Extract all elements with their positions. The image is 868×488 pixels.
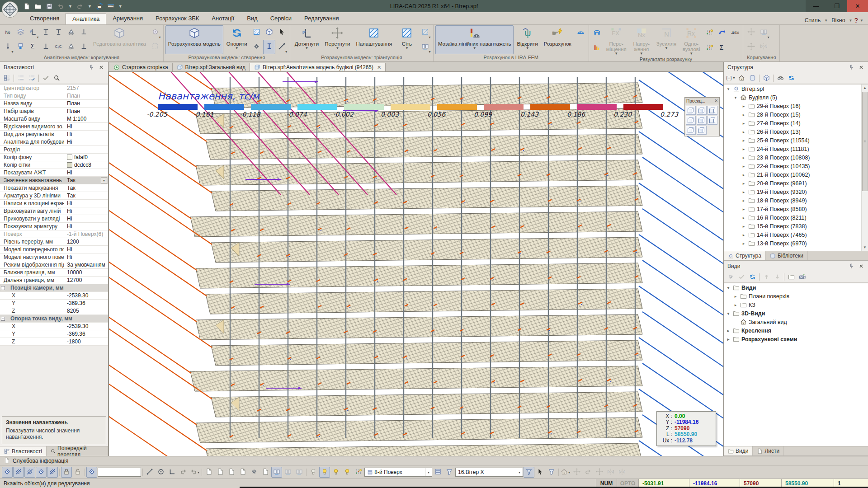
property-row[interactable]: Ближня границя, мм10000: [0, 269, 108, 277]
bottom-toolbar-bulb-point-button[interactable]: [342, 467, 353, 478]
ribbon-tab-Створення[interactable]: Створення: [24, 13, 66, 24]
ribbon-button-rx-results[interactable]: RxОдно- вузлові▼: [679, 25, 703, 56]
bottom-toolbar-filter-funnel-button[interactable]: [444, 467, 455, 478]
property-row[interactable]: Масштаб видуМ 1:100: [0, 115, 108, 123]
tree-item-floor[interactable]: ▸24-й Поверх (11181): [724, 145, 868, 153]
qat-ruler-button[interactable]: [106, 1, 116, 11]
tree-item-floor[interactable]: ▸29-й Поверх (16): [724, 102, 868, 110]
qat-save-button[interactable]: [44, 1, 54, 11]
structure-toolbar-house-button[interactable]: [736, 73, 746, 83]
ribbon-button-support-pad[interactable]: [78, 40, 90, 54]
ribbon-tab-Редагування[interactable]: Редагування: [298, 13, 345, 24]
bottom-toolbar-snap-node-button[interactable]: [2, 467, 13, 478]
document-tab[interactable]: Стартова сторінка: [109, 63, 173, 71]
bottom-toolbar-ortho-angle-button[interactable]: [167, 467, 178, 478]
ribbon-button-tri-settings[interactable]: Налаштування: [353, 25, 394, 54]
ribbon-button-fx-results[interactable]: FXПере- міщення▼: [604, 25, 629, 56]
ribbon-button-frame-result[interactable]: [591, 25, 603, 41]
property-row[interactable]: Тип видуПлан: [0, 92, 108, 100]
ribbon-button-retaining-wall[interactable]: ▼: [27, 25, 39, 40]
projection-cube-button[interactable]: [697, 116, 707, 125]
structure-toolbar-refresh-button[interactable]: [786, 73, 796, 83]
ribbon-button-mosaic-loads[interactable]: Мозаїка лінійних навантажень▼: [435, 25, 514, 54]
bottom-toolbar-snap-angle-button[interactable]: [47, 467, 58, 478]
ribbon-button-region-mode[interactable]: ▼: [149, 25, 161, 40]
ribbon-tab-Армування[interactable]: Армування: [106, 13, 149, 24]
pin-icon[interactable]: [846, 261, 856, 271]
views-toolbar-refresh-button[interactable]: [747, 272, 757, 282]
ribbon-button-column-top2[interactable]: [52, 25, 65, 40]
tree-item-Розрахункові схеми[interactable]: ▸Розрахункові схеми: [724, 335, 868, 343]
bottom-toolbar-draw-line-button[interactable]: [144, 467, 155, 478]
tree-item-floor[interactable]: ▸19-й Поверх (9320): [724, 188, 868, 196]
property-row[interactable]: Значення навантаженьТак▼: [0, 177, 108, 184]
qat-open-folder-button[interactable]: [33, 1, 43, 11]
ribbon-button-n-results[interactable]: NЗусилля▼: [654, 25, 679, 56]
projection-cube-button[interactable]: [708, 116, 717, 125]
property-row[interactable]: Назва видуПлан: [0, 100, 108, 108]
tree-item-floor[interactable]: ▸20-й Поверх (9691): [724, 179, 868, 188]
property-row[interactable]: Колір фонуfafaf0: [0, 154, 108, 161]
projection-cube-button[interactable]: [697, 106, 707, 115]
property-row[interactable]: Аналітика для побудовиНі: [0, 138, 108, 146]
window-menu[interactable]: Вікно: [830, 16, 847, 24]
bottom-toolbar-view-doc2-button[interactable]: [215, 467, 226, 478]
qat-customize-button[interactable]: ▼: [117, 4, 124, 9]
close-icon[interactable]: [96, 62, 106, 72]
ribbon-button-support-tri2[interactable]: [65, 40, 77, 54]
bottom-toolbar-bulb-off-button[interactable]: [308, 467, 319, 478]
tree-item-Загальний вид[interactable]: Загальний вид: [724, 318, 868, 326]
bottom-toolbar-bulb-on-button[interactable]: [319, 467, 330, 478]
property-row[interactable]: Розділ: [0, 146, 108, 154]
ribbon-button-mesh-sync[interactable]: [263, 25, 275, 40]
tree-item-floor[interactable]: ▸16-й Поверх (8211): [724, 213, 868, 222]
panel-tab-Структура[interactable]: Структура: [724, 251, 766, 260]
structure-toolbar-filter-braces-button[interactable]: {≡}▼: [726, 73, 736, 83]
structure-scrollbar[interactable]: ▲≡▼: [861, 84, 868, 251]
ribbon-button-mesh-ghost[interactable]: ▼: [419, 25, 431, 40]
property-row[interactable]: Арматура у 3D лініямиТак: [0, 192, 108, 200]
qat-undo-button[interactable]: [56, 1, 66, 11]
loadcase-select[interactable]: 16.Вітер X▼: [455, 468, 523, 477]
property-row[interactable]: Враховувати вагу лінійНі: [0, 207, 108, 215]
property-row[interactable]: Ідентифікатор2157: [0, 84, 108, 92]
ribbon-button-pile-load[interactable]: [14, 40, 27, 54]
bottom-toolbar-workplane-button[interactable]: [86, 467, 97, 478]
ribbon-button-bridge[interactable]: [575, 25, 587, 40]
tree-item-floor[interactable]: ▸21-й Поверх (10062): [724, 170, 868, 179]
views-toolbar-arrow-down-button[interactable]: [772, 272, 782, 282]
property-row[interactable]: Дальня границя, мм12700: [0, 277, 108, 284]
property-row[interactable]: Режим відображення під...За умовчанням: [0, 261, 108, 269]
qat-redo-button[interactable]: [75, 1, 85, 11]
service-info-icon[interactable]: [4, 457, 10, 465]
model-canvas[interactable]: Навантаження, тс/м -0.205-0.161-0.118-0.…: [108, 72, 723, 456]
maximize-button[interactable]: ❐: [826, 0, 847, 12]
bottom-toolbar-rotate-ucs2-button[interactable]: ▼: [189, 467, 200, 478]
property-row[interactable]: Моделі попереднього по...Ні: [0, 246, 108, 253]
close-icon[interactable]: [856, 261, 866, 271]
ribbon-button-redo-blue[interactable]: [716, 25, 728, 41]
bottom-toolbar-windows-grid-button[interactable]: [294, 467, 305, 478]
property-row[interactable]: X-2539.30: [0, 292, 108, 300]
close-button[interactable]: ✕: [847, 0, 868, 12]
ribbon-button-mosaic-scale[interactable]: [591, 41, 603, 56]
ribbon-button-diag-line[interactable]: ▼: [276, 40, 288, 54]
tree-item-floor[interactable]: ▸22-й Поверх (10435): [724, 162, 868, 170]
qat-new-doc-button[interactable]: [22, 1, 32, 11]
tree-item-building[interactable]: ▾Будівля (5): [724, 93, 868, 102]
property-row[interactable]: X-2539.30: [0, 323, 108, 330]
property-row[interactable]: Вид для результатівНі: [0, 131, 108, 138]
ribbon-button-edited-analytics[interactable]: Редагована аналітика: [90, 25, 149, 54]
prop-toolbar-categories-button[interactable]: [2, 73, 12, 83]
property-row[interactable]: Набір шарівПлан: [0, 108, 108, 115]
ribbon-button-sum-loads[interactable]: Σ: [27, 40, 39, 54]
bottom-toolbar-draw-circle-button[interactable]: [156, 467, 166, 478]
tree-item-root[interactable]: ▾Вітер.spf: [724, 84, 868, 93]
bottom-toolbar-snap-perp-button[interactable]: [36, 467, 47, 478]
bottom-toolbar-windows-pair2-button[interactable]: [283, 467, 293, 478]
property-row[interactable]: Рівень перерізу, мм1200: [0, 238, 108, 246]
bottom-toolbar-view-doc3-button[interactable]: [226, 467, 237, 478]
bottom-toolbar-floor-list-button[interactable]: [433, 467, 443, 478]
ribbon-button-calc-model[interactable]: Розрахункова модель: [165, 25, 223, 54]
tree-item-floor[interactable]: ▸27-й Поверх (14): [724, 119, 868, 127]
